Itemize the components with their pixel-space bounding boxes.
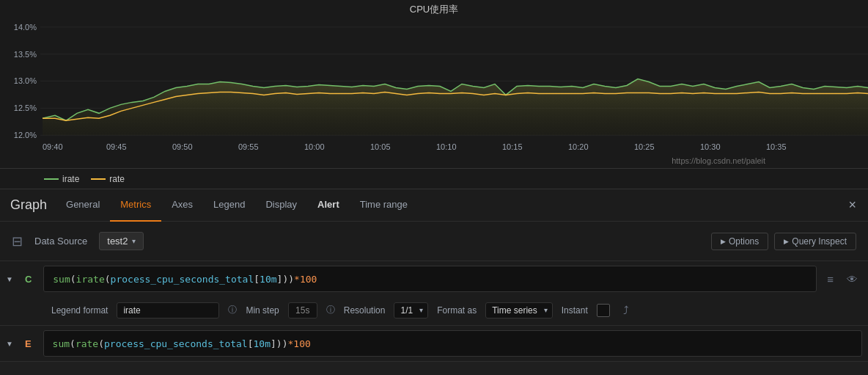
datasource-label: Data Source (34, 236, 87, 247)
options-button[interactable]: ▶ Options (711, 233, 768, 250)
chart-container: CPU使用率 12.0% 12.5% 13.0% 13.5% 14.0% 09:… (0, 0, 868, 169)
tab-time-range[interactable]: Time range (350, 189, 418, 222)
min-step-info-icon: ⓘ (326, 304, 335, 316)
legend-label-irate: irate (62, 174, 79, 184)
query-row-e: ▼ E sum(rate(process_cpu_seconds_total[1… (0, 326, 868, 362)
legend-label-rate: rate (109, 174, 125, 184)
svg-text:12.0%: 12.0% (14, 131, 37, 139)
tab-metrics[interactable]: Metrics (110, 189, 161, 222)
svg-text:10:30: 10:30 (700, 142, 721, 151)
collapse-icon-e[interactable]: ▼ (6, 340, 13, 348)
svg-text:10:15: 10:15 (502, 142, 523, 151)
min-step-input[interactable]: 15s (288, 302, 317, 318)
datasource-value: test2 (107, 236, 128, 247)
panel-title: Graph (6, 197, 56, 213)
tab-alert[interactable]: Alert (307, 189, 350, 222)
legend-format-input[interactable]: irate (117, 302, 219, 318)
svg-text:10:05: 10:05 (370, 142, 391, 151)
instant-checkbox[interactable] (597, 304, 610, 317)
legend-color-irate (44, 178, 59, 180)
share-button[interactable]: ⤴ (619, 301, 633, 319)
datasource-row: ⊟ Data Source test2 ▾ ▶ Options ▶ Query … (0, 222, 868, 261)
instant-label: Instant (562, 305, 588, 316)
query-inspect-button[interactable]: ▶ Query Inspect (774, 233, 856, 250)
svg-text:10:35: 10:35 (766, 142, 787, 151)
panel-header: Graph General Metrics Axes Legend Displa… (0, 189, 868, 222)
query-label-e[interactable]: E (19, 337, 37, 351)
query-c-options: Legend format irate ⓘ Min step 15s ⓘ Res… (0, 296, 868, 325)
svg-text:13.0%: 13.0% (14, 77, 37, 86)
svg-text:10:10: 10:10 (436, 142, 457, 151)
tab-legend[interactable]: Legend (203, 189, 255, 222)
chart-title: CPU使用率 (0, 0, 868, 16)
query-c-menu-button[interactable]: ≡ (823, 270, 838, 288)
tab-display[interactable]: Display (255, 189, 307, 222)
chart-legend: irate rate (0, 169, 868, 189)
query-label-c[interactable]: C (19, 272, 37, 286)
query-input-c[interactable]: sum(irate(process_cpu_seconds_total[10m]… (43, 266, 817, 292)
svg-text:13.5%: 13.5% (14, 50, 37, 59)
query-input-e[interactable]: sum(rate(process_cpu_seconds_total[10m])… (43, 330, 862, 357)
format-as-select[interactable]: Time series (485, 302, 553, 318)
legend-item-rate: rate (91, 174, 125, 184)
chevron-right-icon-2: ▶ (784, 238, 789, 245)
resolution-label: Resolution (344, 305, 386, 316)
legend-item-irate: irate (44, 174, 79, 184)
tab-axes[interactable]: Axes (161, 189, 203, 222)
tab-general[interactable]: General (56, 189, 110, 222)
query-c-eye-button[interactable]: 👁 (842, 270, 862, 288)
format-as-label: Format as (437, 305, 477, 316)
svg-text:10:25: 10:25 (634, 142, 655, 151)
chart-svg: 12.0% 12.5% 13.0% 13.5% 14.0% 09:40 09:4… (0, 0, 868, 168)
svg-text:14.0%: 14.0% (14, 23, 37, 32)
min-step-label: Min step (246, 305, 279, 316)
query-row-c: ▼ C sum(irate(process_cpu_seconds_total[… (0, 261, 868, 326)
legend-format-info-icon: ⓘ (228, 304, 237, 316)
collapse-icon-c[interactable]: ▼ (6, 275, 13, 283)
svg-text:10:20: 10:20 (568, 142, 589, 151)
svg-text:09:55: 09:55 (238, 142, 259, 151)
panel-close-button[interactable]: × (842, 194, 862, 216)
svg-text:09:45: 09:45 (106, 142, 127, 151)
svg-rect-0 (0, 0, 868, 168)
resolution-select[interactable]: 1/1 (394, 302, 428, 318)
query-c-actions: ≡ 👁 (823, 270, 862, 288)
header-actions: ▶ Options ▶ Query Inspect (711, 233, 856, 250)
datasource-select[interactable]: test2 ▾ (99, 232, 144, 250)
svg-text:09:50: 09:50 (172, 142, 193, 151)
chevron-down-icon: ▾ (132, 237, 136, 245)
legend-color-rate (91, 178, 106, 180)
svg-text:12.5%: 12.5% (14, 103, 37, 112)
legend-format-label: Legend format (51, 305, 108, 316)
chevron-right-icon: ▶ (721, 238, 726, 245)
query-row-e-header: ▼ E sum(rate(process_cpu_seconds_total[1… (0, 326, 868, 361)
svg-text:09:40: 09:40 (43, 142, 63, 151)
svg-text:10:00: 10:00 (304, 142, 325, 151)
query-row-c-header: ▼ C sum(irate(process_cpu_seconds_total[… (0, 261, 868, 296)
database-icon: ⊟ (12, 233, 23, 250)
